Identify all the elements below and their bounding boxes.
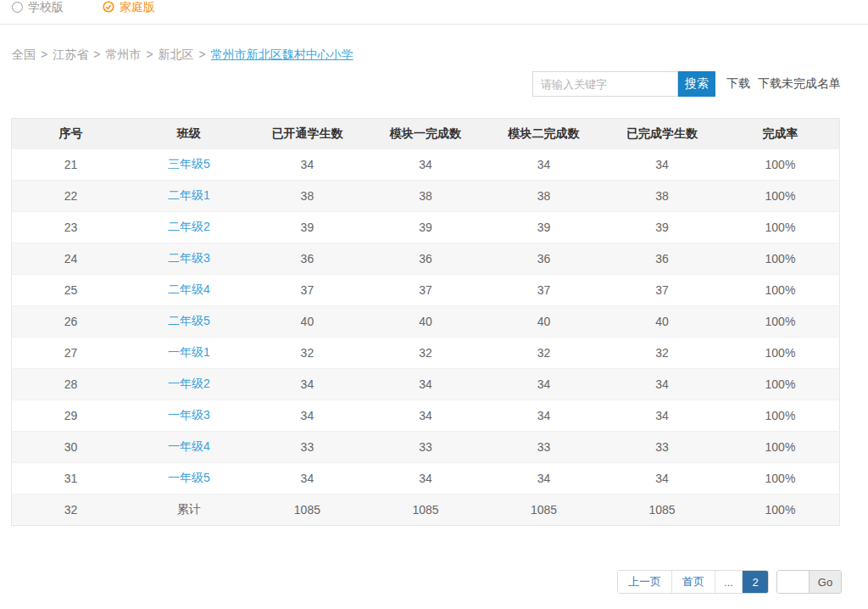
search-button[interactable]: 搜索: [678, 71, 715, 97]
class-link[interactable]: 一年级5: [168, 471, 210, 484]
module1-count-cell: 36: [366, 243, 485, 275]
class-link[interactable]: 二年级2: [168, 220, 210, 233]
enrolled-count-cell: 36: [248, 243, 367, 275]
column-header-index: 序号: [12, 119, 131, 149]
table-row: 26二年级540404040100%: [12, 306, 840, 338]
completed-count-cell: 40: [603, 306, 721, 338]
completion-rate-cell: 100%: [721, 369, 840, 400]
tab-family-version[interactable]: 家庭版: [103, 0, 155, 15]
module2-count-cell: 39: [485, 212, 604, 243]
class-link[interactable]: 二年级3: [168, 251, 210, 265]
module1-count-cell: 33: [366, 432, 485, 463]
prev-page-button[interactable]: 上一页: [618, 571, 672, 593]
column-header-completed: 已完成学生数: [603, 119, 721, 149]
go-button[interactable]: Go: [809, 571, 841, 593]
completion-rate-cell: 100%: [721, 275, 840, 306]
version-switch-bar: 学校版 家庭版: [0, 0, 868, 25]
column-header-class: 班级: [130, 119, 248, 149]
table-row: 28一年级234343434100%: [12, 369, 840, 400]
column-header-module2: 模块二完成数: [485, 119, 604, 149]
table-row: 24二年级336363636100%: [12, 243, 840, 275]
module1-count-cell: 40: [366, 306, 485, 338]
row-index-cell: 29: [12, 400, 131, 432]
module2-count-cell: 34: [485, 463, 604, 494]
completed-count-cell: 34: [603, 149, 721, 181]
column-header-module1: 模块一完成数: [366, 119, 485, 149]
module2-count-cell: 38: [485, 181, 604, 212]
goto-page-input[interactable]: [777, 571, 809, 593]
module2-count-cell: 33: [485, 432, 604, 463]
module1-count-cell: 38: [366, 181, 485, 212]
goto-page-group: Go: [776, 570, 842, 594]
module2-count-cell: 34: [485, 149, 604, 181]
current-page-button[interactable]: 2: [743, 571, 768, 593]
completion-rate-cell: 100%: [721, 212, 840, 243]
enrolled-count-cell: 39: [248, 212, 367, 243]
table-row: 27一年级132323232100%: [12, 338, 840, 369]
class-link[interactable]: 二年级4: [168, 282, 210, 296]
search-input[interactable]: [532, 71, 678, 97]
module1-count-cell: 39: [366, 212, 485, 243]
table-toolbar: 搜索 下载 下载未完成名单: [0, 71, 841, 97]
tab-school-version[interactable]: 学校版: [12, 0, 64, 15]
table-row: 25二年级437373737100%: [12, 275, 840, 306]
module1-count-cell: 34: [366, 369, 485, 400]
enrolled-count-cell: 1085: [248, 494, 367, 526]
row-index-cell: 21: [12, 149, 131, 181]
module1-count-cell: 34: [366, 149, 485, 181]
class-link[interactable]: 二年级1: [168, 188, 210, 202]
breadcrumb-separator: >: [93, 47, 100, 61]
breadcrumb-item-province[interactable]: 江苏省: [53, 47, 88, 61]
radio-unchecked-icon: [12, 2, 23, 13]
row-index-cell: 25: [12, 275, 131, 306]
module2-count-cell: 32: [485, 338, 604, 369]
completion-rate-cell: 100%: [721, 181, 840, 212]
class-cell: 一年级1: [130, 338, 248, 369]
breadcrumb-current-school-link[interactable]: 常州市新北区魏村中心小学: [211, 47, 353, 61]
pagination-group: 上一页 首页 ... 2: [617, 570, 769, 594]
completion-rate-cell: 100%: [721, 400, 840, 432]
row-index-cell: 32: [12, 494, 131, 526]
class-cell: 二年级3: [130, 243, 248, 275]
breadcrumb-separator: >: [199, 47, 206, 61]
table-row: 30一年级433333333100%: [12, 432, 840, 463]
breadcrumb-item-district[interactable]: 新北区: [159, 47, 194, 61]
download-link[interactable]: 下载: [726, 76, 750, 92]
check-circle-icon: [103, 1, 114, 13]
module2-count-cell: 37: [485, 275, 604, 306]
class-link[interactable]: 一年级2: [168, 377, 210, 390]
module1-count-cell: 34: [366, 463, 485, 494]
class-link[interactable]: 一年级3: [168, 408, 210, 422]
class-link[interactable]: 二年级5: [168, 314, 210, 327]
class-link[interactable]: 一年级1: [168, 345, 210, 359]
completion-rate-cell: 100%: [721, 494, 840, 526]
module1-count-cell: 34: [366, 400, 485, 432]
completed-count-cell: 33: [603, 432, 721, 463]
module2-count-cell: 36: [485, 243, 604, 275]
first-page-button[interactable]: 首页: [672, 571, 715, 593]
class-cell: 一年级2: [130, 369, 248, 400]
class-link[interactable]: 一年级4: [168, 439, 210, 453]
column-header-rate: 完成率: [721, 119, 840, 149]
row-index-cell: 26: [12, 306, 131, 338]
completion-rate-cell: 100%: [721, 463, 840, 494]
download-incomplete-link[interactable]: 下载未完成名单: [758, 76, 841, 92]
enrolled-count-cell: 32: [248, 338, 367, 369]
breadcrumb-item-city[interactable]: 常州市: [105, 47, 141, 61]
class-link[interactable]: 三年级5: [168, 157, 210, 170]
column-header-enrolled: 已开通学生数: [248, 119, 367, 149]
completion-rate-cell: 100%: [721, 149, 840, 181]
module1-count-cell: 37: [366, 275, 485, 306]
row-index-cell: 27: [12, 338, 131, 369]
row-index-cell: 24: [12, 243, 131, 275]
completed-count-cell: 38: [603, 181, 721, 212]
table-row: 31一年级534343434100%: [12, 463, 840, 494]
completion-rate-cell: 100%: [721, 338, 840, 369]
module2-count-cell: 40: [485, 306, 604, 338]
module1-count-cell: 32: [366, 338, 485, 369]
completion-table: 序号 班级 已开通学生数 模块一完成数 模块二完成数 已完成学生数 完成率 21…: [11, 118, 840, 526]
class-cell: 二年级2: [130, 212, 248, 243]
enrolled-count-cell: 34: [248, 149, 367, 181]
breadcrumb-item-country[interactable]: 全国: [12, 47, 36, 61]
completed-count-cell: 1085: [603, 494, 721, 526]
